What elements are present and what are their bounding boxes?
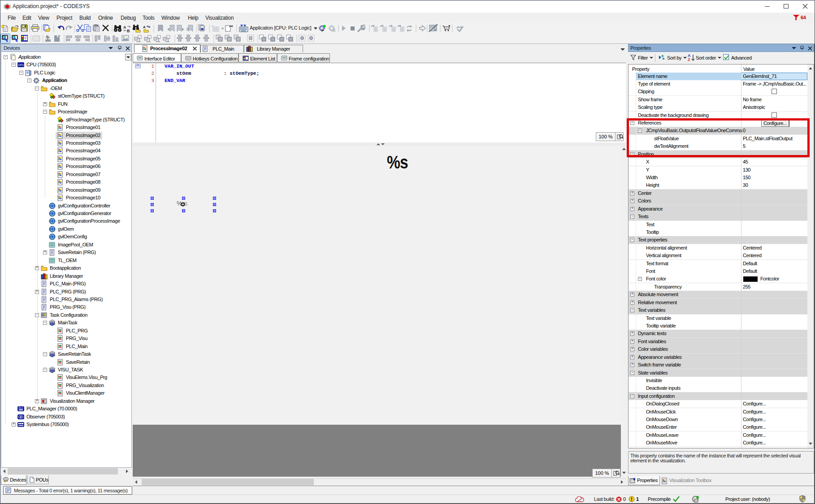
svg-text:PLC: PLC xyxy=(19,407,23,409)
svg-text:A: A xyxy=(143,25,146,29)
svg-text:B: B xyxy=(127,29,130,33)
svg-text:CPU: CPU xyxy=(18,64,24,66)
svg-text:A: A xyxy=(123,25,126,30)
